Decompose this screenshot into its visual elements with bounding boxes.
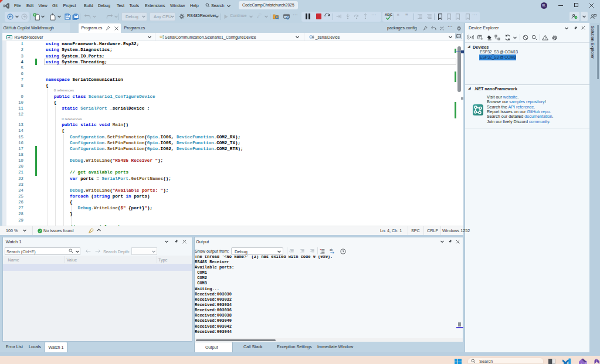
svg-text:ab: ab [330, 249, 333, 251]
